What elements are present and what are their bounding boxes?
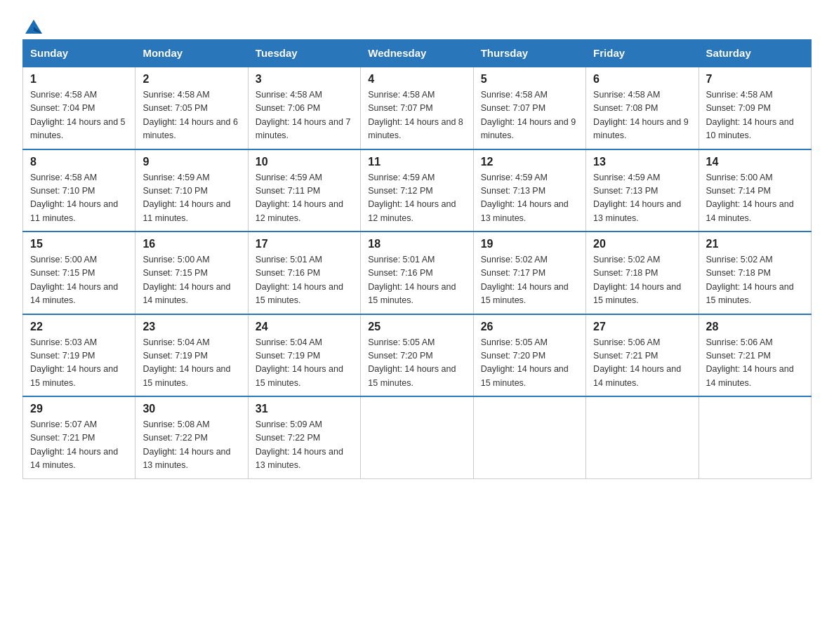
- day-number: 24: [256, 321, 353, 333]
- calendar-cell: 18Sunrise: 5:01 AMSunset: 7:16 PMDayligh…: [361, 232, 473, 314]
- day-number: 3: [256, 73, 353, 86]
- calendar-cell: 26Sunrise: 5:05 AMSunset: 7:20 PMDayligh…: [473, 314, 585, 397]
- day-info: Sunrise: 4:58 AMSunset: 7:10 PMDaylight:…: [30, 171, 128, 226]
- day-number: 29: [30, 403, 128, 415]
- day-info: Sunrise: 5:05 AMSunset: 7:20 PMDaylight:…: [481, 336, 578, 391]
- day-info: Sunrise: 4:58 AMSunset: 7:04 PMDaylight:…: [30, 88, 128, 143]
- calendar-cell: 2Sunrise: 4:58 AMSunset: 7:05 PMDaylight…: [135, 67, 248, 149]
- day-info: Sunrise: 4:59 AMSunset: 7:11 PMDaylight:…: [256, 171, 353, 226]
- day-info: Sunrise: 5:03 AMSunset: 7:19 PMDaylight:…: [30, 336, 128, 391]
- day-number: 9: [143, 156, 240, 168]
- day-number: 10: [256, 156, 353, 168]
- day-number: 26: [481, 321, 578, 333]
- weekday-header-friday: Friday: [586, 40, 699, 67]
- weekday-header-monday: Monday: [135, 40, 248, 67]
- day-number: 23: [143, 321, 240, 333]
- logo-icon: [24, 17, 44, 36]
- calendar-cell: 11Sunrise: 4:59 AMSunset: 7:12 PMDayligh…: [361, 149, 473, 232]
- calendar-cell: 9Sunrise: 4:59 AMSunset: 7:10 PMDaylight…: [135, 149, 248, 232]
- day-number: 7: [706, 73, 804, 86]
- calendar-cell: 25Sunrise: 5:05 AMSunset: 7:20 PMDayligh…: [361, 314, 473, 397]
- calendar-cell: 19Sunrise: 5:02 AMSunset: 7:17 PMDayligh…: [473, 232, 585, 314]
- day-info: Sunrise: 5:06 AMSunset: 7:21 PMDaylight:…: [706, 336, 804, 391]
- calendar-header-row: SundayMondayTuesdayWednesdayThursdayFrid…: [23, 40, 812, 67]
- day-info: Sunrise: 5:04 AMSunset: 7:19 PMDaylight:…: [256, 336, 353, 391]
- calendar-cell: 15Sunrise: 5:00 AMSunset: 7:15 PMDayligh…: [23, 232, 135, 314]
- calendar-cell: 5Sunrise: 4:58 AMSunset: 7:07 PMDaylight…: [473, 67, 585, 149]
- day-info: Sunrise: 4:58 AMSunset: 7:08 PMDaylight:…: [593, 88, 691, 143]
- calendar-cell: 21Sunrise: 5:02 AMSunset: 7:18 PMDayligh…: [699, 232, 811, 314]
- day-info: Sunrise: 5:02 AMSunset: 7:18 PMDaylight:…: [706, 253, 804, 308]
- calendar-table: SundayMondayTuesdayWednesdayThursdayFrid…: [22, 39, 812, 479]
- day-info: Sunrise: 4:58 AMSunset: 7:06 PMDaylight:…: [256, 88, 353, 143]
- week-row-5: 29Sunrise: 5:07 AMSunset: 7:21 PMDayligh…: [23, 396, 812, 478]
- calendar-cell: 3Sunrise: 4:58 AMSunset: 7:06 PMDaylight…: [248, 67, 360, 149]
- day-number: 28: [706, 321, 804, 333]
- calendar-cell: 27Sunrise: 5:06 AMSunset: 7:21 PMDayligh…: [586, 314, 699, 397]
- day-info: Sunrise: 5:00 AMSunset: 7:15 PMDaylight:…: [143, 253, 240, 308]
- calendar-cell: 7Sunrise: 4:58 AMSunset: 7:09 PMDaylight…: [699, 67, 811, 149]
- calendar-cell: 12Sunrise: 4:59 AMSunset: 7:13 PMDayligh…: [473, 149, 585, 232]
- day-info: Sunrise: 5:00 AMSunset: 7:14 PMDaylight:…: [706, 171, 804, 226]
- calendar-cell: [586, 396, 699, 478]
- week-row-4: 22Sunrise: 5:03 AMSunset: 7:19 PMDayligh…: [23, 314, 812, 397]
- day-info: Sunrise: 4:59 AMSunset: 7:12 PMDaylight:…: [368, 171, 465, 226]
- day-number: 8: [30, 156, 128, 168]
- day-number: 16: [143, 238, 240, 250]
- day-number: 31: [256, 403, 353, 415]
- calendar-cell: 23Sunrise: 5:04 AMSunset: 7:19 PMDayligh…: [135, 314, 248, 397]
- day-number: 11: [368, 156, 465, 168]
- day-number: 12: [481, 156, 578, 168]
- day-number: 30: [143, 403, 240, 415]
- day-info: Sunrise: 5:01 AMSunset: 7:16 PMDaylight:…: [256, 253, 353, 308]
- day-number: 2: [143, 73, 240, 86]
- calendar-cell: [473, 396, 585, 478]
- day-info: Sunrise: 4:59 AMSunset: 7:13 PMDaylight:…: [481, 171, 578, 226]
- day-number: 19: [481, 238, 578, 250]
- calendar-cell: 24Sunrise: 5:04 AMSunset: 7:19 PMDayligh…: [248, 314, 360, 397]
- day-number: 18: [368, 238, 465, 250]
- day-number: 15: [30, 238, 128, 250]
- day-info: Sunrise: 5:00 AMSunset: 7:15 PMDaylight:…: [30, 253, 128, 308]
- day-number: 5: [481, 73, 578, 86]
- calendar-cell: 28Sunrise: 5:06 AMSunset: 7:21 PMDayligh…: [699, 314, 811, 397]
- day-number: 27: [593, 321, 691, 333]
- day-info: Sunrise: 4:58 AMSunset: 7:05 PMDaylight:…: [143, 88, 240, 143]
- day-number: 14: [706, 156, 804, 168]
- calendar-cell: 10Sunrise: 4:59 AMSunset: 7:11 PMDayligh…: [248, 149, 360, 232]
- calendar-cell: 16Sunrise: 5:00 AMSunset: 7:15 PMDayligh…: [135, 232, 248, 314]
- day-info: Sunrise: 5:05 AMSunset: 7:20 PMDaylight:…: [368, 336, 465, 391]
- weekday-header-saturday: Saturday: [699, 40, 811, 67]
- weekday-header-sunday: Sunday: [23, 40, 135, 67]
- weekday-header-wednesday: Wednesday: [361, 40, 473, 67]
- calendar-cell: [699, 396, 811, 478]
- calendar-cell: 6Sunrise: 4:58 AMSunset: 7:08 PMDaylight…: [586, 67, 699, 149]
- day-number: 22: [30, 321, 128, 333]
- calendar-cell: 17Sunrise: 5:01 AMSunset: 7:16 PMDayligh…: [248, 232, 360, 314]
- calendar-cell: 13Sunrise: 4:59 AMSunset: 7:13 PMDayligh…: [586, 149, 699, 232]
- logo: [22, 17, 44, 32]
- day-info: Sunrise: 5:06 AMSunset: 7:21 PMDaylight:…: [593, 336, 691, 391]
- day-number: 13: [593, 156, 691, 168]
- calendar-cell: 14Sunrise: 5:00 AMSunset: 7:14 PMDayligh…: [699, 149, 811, 232]
- week-row-1: 1Sunrise: 4:58 AMSunset: 7:04 PMDaylight…: [23, 67, 812, 149]
- day-info: Sunrise: 4:59 AMSunset: 7:13 PMDaylight:…: [593, 171, 691, 226]
- day-info: Sunrise: 5:02 AMSunset: 7:17 PMDaylight:…: [481, 253, 578, 308]
- day-number: 4: [368, 73, 465, 86]
- day-info: Sunrise: 5:08 AMSunset: 7:22 PMDaylight:…: [143, 418, 240, 473]
- calendar-cell: 4Sunrise: 4:58 AMSunset: 7:07 PMDaylight…: [361, 67, 473, 149]
- day-info: Sunrise: 5:07 AMSunset: 7:21 PMDaylight:…: [30, 418, 128, 473]
- day-number: 17: [256, 238, 353, 250]
- day-number: 21: [706, 238, 804, 250]
- day-info: Sunrise: 4:58 AMSunset: 7:07 PMDaylight:…: [481, 88, 578, 143]
- page-header: [22, 17, 812, 32]
- week-row-2: 8Sunrise: 4:58 AMSunset: 7:10 PMDaylight…: [23, 149, 812, 232]
- calendar-cell: 29Sunrise: 5:07 AMSunset: 7:21 PMDayligh…: [23, 396, 135, 478]
- calendar-cell: 22Sunrise: 5:03 AMSunset: 7:19 PMDayligh…: [23, 314, 135, 397]
- calendar-cell: 30Sunrise: 5:08 AMSunset: 7:22 PMDayligh…: [135, 396, 248, 478]
- calendar-cell: 20Sunrise: 5:02 AMSunset: 7:18 PMDayligh…: [586, 232, 699, 314]
- day-info: Sunrise: 5:01 AMSunset: 7:16 PMDaylight:…: [368, 253, 465, 308]
- weekday-header-thursday: Thursday: [473, 40, 585, 67]
- day-info: Sunrise: 5:04 AMSunset: 7:19 PMDaylight:…: [143, 336, 240, 391]
- calendar-cell: 8Sunrise: 4:58 AMSunset: 7:10 PMDaylight…: [23, 149, 135, 232]
